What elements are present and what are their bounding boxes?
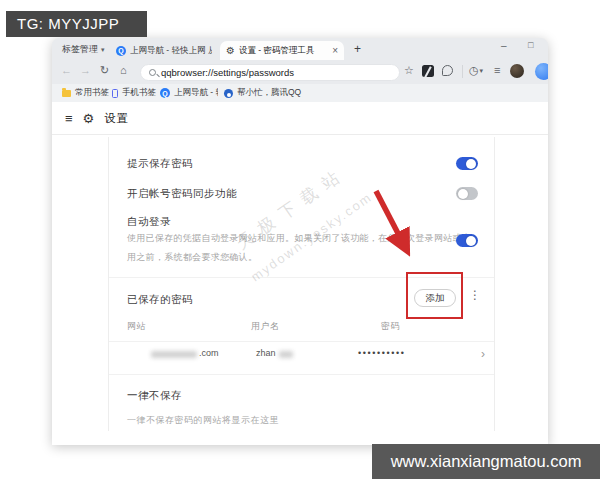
annotation-arrow-icon [362, 186, 432, 268]
qqbrowser-logo-icon: Q [116, 46, 126, 56]
auto-login-toggle[interactable] [456, 234, 478, 247]
screenshot-stage: TG: MYYJJPP 标签管理 ▾ Q 上网导航 - 轻快上网 从这里开始 ⚙… [0, 0, 600, 480]
penguin-icon [224, 89, 233, 98]
bookmark-star-icon[interactable]: ☆ [404, 64, 414, 77]
close-icon[interactable]: × [332, 45, 338, 56]
table-header-divider [109, 341, 494, 342]
gear-icon: ⚙ [226, 45, 235, 56]
bookmark-qq-helper[interactable]: 帮小忙，腾讯QQ [224, 86, 301, 100]
url-text: qqbrowser://settings/passwords [161, 67, 294, 78]
save-prompt-toggle[interactable] [456, 157, 478, 170]
username-redacted-blur [279, 351, 293, 358]
browser-toolbar: ← → ↻ ⌂ qqbrowser://settings/passwords ☆… [52, 60, 548, 84]
column-header-website: 网站 [127, 320, 146, 333]
new-tab-button[interactable]: + [354, 42, 361, 56]
annotation-highlight-box [406, 272, 463, 319]
page-title: 设置 [104, 111, 129, 126]
username-cell: zhan [256, 348, 276, 358]
bookmark-label: 帮小忙，腾讯QQ [237, 87, 301, 99]
qqbrowser-logo-icon: Q [160, 88, 170, 98]
column-header-username: 用户名 [251, 320, 280, 333]
forward-icon[interactable]: → [80, 64, 91, 76]
settings-page: ≡ ⚙ 设置 提示保存密码 开启帐号密码同步功能 自动登录 使用已保存的凭据自动… [52, 102, 548, 445]
gear-icon: ⚙ [83, 111, 95, 126]
address-bar[interactable]: qqbrowser://settings/passwords [140, 64, 400, 81]
tab-settings-active[interactable]: ⚙ 设置 - 密码管理工具 × [220, 41, 344, 60]
bookmark-nav[interactable]: Q 上网导航 - 轻快上 [160, 86, 218, 100]
settings-header: ≡ ⚙ 设置 [52, 102, 548, 135]
bookmark-label: 手机书签 [122, 87, 156, 99]
reload-icon[interactable]: ↻ [100, 64, 109, 77]
hamburger-menu-icon[interactable]: ≡ [65, 111, 73, 126]
menu-icon[interactable]: ≡ [494, 64, 500, 76]
chevron-down-icon: ▾ [480, 67, 484, 75]
history-clock-icon: ◷ [469, 64, 479, 77]
bookmark-common[interactable]: 常用书签 [62, 86, 109, 100]
browser-window: 标签管理 ▾ Q 上网导航 - 轻快上网 从这里开始 ⚙ 设置 - 密码管理工具… [52, 38, 548, 445]
profile-avatar[interactable] [510, 64, 524, 78]
save-prompt-label: 提示保存密码 [127, 151, 193, 175]
tab-strip: 标签管理 ▾ Q 上网导航 - 轻快上网 从这里开始 ⚙ 设置 - 密码管理工具… [52, 38, 548, 60]
search-icon [149, 69, 156, 76]
password-cell: •••••••••• [358, 348, 406, 358]
never-save-title: 一律不保存 [127, 383, 182, 407]
saved-passwords-title: 已保存的密码 [127, 287, 193, 311]
tab-manager-button[interactable]: 标签管理 ▾ [62, 43, 105, 56]
top-left-watermark-badge: TG: MYYJJPP [6, 11, 147, 37]
tab-nav-home[interactable]: Q 上网导航 - 轻快上网 从这里开始 [110, 41, 218, 60]
tab-title: 上网导航 - 轻快上网 从这里开始 [130, 45, 212, 57]
window-minimize-button[interactable]: – [501, 40, 507, 51]
never-save-hint: 一律不保存密码的网站将显示在这里 [127, 408, 279, 432]
kebab-menu-icon[interactable]: ⋮ [469, 288, 481, 302]
assistant-icon[interactable] [535, 63, 548, 80]
bookmarks-bar: 常用书签 手机书签 Q 上网导航 - 轻快上 帮小忙，腾讯QQ [52, 84, 548, 102]
back-icon[interactable]: ← [61, 64, 72, 76]
sync-label: 开启帐号密码同步功能 [127, 181, 237, 205]
bookmark-label: 常用书签 [75, 87, 109, 99]
bookmark-mobile[interactable]: 手机书签 [112, 86, 156, 100]
sync-toggle[interactable] [456, 187, 478, 200]
chevron-down-icon: ▾ [101, 46, 105, 54]
website-redacted-blur [151, 351, 197, 358]
chat-bubble-icon[interactable] [442, 65, 453, 76]
home-icon[interactable]: ⌂ [120, 64, 127, 76]
tab-manager-label: 标签管理 [62, 43, 98, 56]
extension-icon[interactable] [422, 65, 434, 77]
phone-icon [112, 89, 118, 98]
website-cell: .com [199, 348, 219, 358]
folder-icon [62, 90, 71, 97]
chevron-right-icon[interactable]: › [481, 347, 485, 361]
tab-title: 设置 - 密码管理工具 [239, 45, 328, 57]
bookmark-label: 上网导航 - 轻快上 [174, 87, 218, 99]
window-maximize-button[interactable]: □ [528, 40, 533, 50]
row-divider [109, 374, 494, 375]
history-button[interactable]: ◷ ▾ [469, 64, 483, 77]
toolbar-divider [462, 65, 463, 78]
bottom-right-watermark-badge: www.xianxiangmatou.com [372, 444, 600, 479]
column-header-password: 密码 [381, 320, 400, 333]
